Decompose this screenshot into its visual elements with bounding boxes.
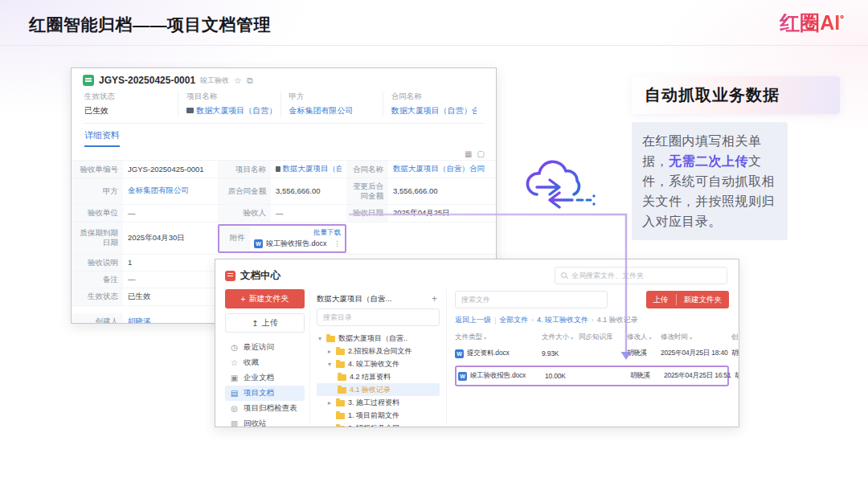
file-search-input[interactable] [461, 296, 601, 304]
sort-icon[interactable]: ▾ [690, 335, 692, 341]
project-link[interactable]: 数据大厦项目（自营）#租赁 [283, 164, 342, 174]
sidebar-item-archive-checklist[interactable]: ◎项目归档检查表 [225, 401, 305, 416]
divider [83, 123, 485, 124]
header-divider [0, 45, 868, 46]
list-view-icon[interactable]: ▢ [477, 149, 485, 158]
contract-link[interactable]: 数据大厦项目（自营）合同 [391, 106, 477, 115]
tree-item-completion[interactable]: ▾4. 竣工验收文件 [317, 357, 440, 370]
chevron-right-icon: › [531, 317, 534, 324]
chevron-right-icon: › [592, 317, 594, 324]
external-link-icon[interactable]: ⧉ [247, 76, 253, 86]
caret-down-icon: ▾ [326, 361, 333, 368]
sort-icon[interactable]: ▾ [571, 335, 573, 341]
sort-icon[interactable]: ▾ [649, 335, 652, 341]
add-tab-icon[interactable]: + [429, 293, 440, 304]
field-label: 附件 [219, 226, 250, 251]
sidebar-item-project-docs[interactable]: ▤项目文档 [225, 386, 305, 401]
tree-item-construction[interactable]: ▸3. 施工过程资料 [317, 396, 440, 409]
field-label: 甲方 [72, 178, 123, 205]
project-tab[interactable]: 数据大厦项目（自营... [317, 294, 391, 304]
folder-icon [338, 374, 346, 381]
trash-icon: ▥ [230, 419, 239, 427]
upload-newfolder-buttons: 上传 新建文件夹 [646, 291, 730, 308]
table-row-highlighted[interactable]: W竣工验收报告.docx 10.00K 胡晓溪 2025年04月25日 16:5… [455, 366, 729, 386]
summary-field-status: 生效状态 已生效 [83, 92, 178, 116]
project-link[interactable]: 数据大厦项目（自营）#租赁 [196, 106, 272, 115]
tree-item-settlement[interactable]: 4.2 结算资料 [317, 370, 440, 383]
file-search[interactable] [455, 291, 608, 308]
file-table-header: 文件类型▾ 文件大小▾ 同步知识库 修改人▾ 修改时间▾ 创建人▾ 创建时间▾ … [455, 331, 729, 344]
folder-tree-panel: 数据大厦项目（自营... + ▾数据大厦项目（自营.. ▸2.招投标及合同文件 … [310, 289, 447, 424]
plus-icon: + [241, 295, 246, 304]
tree-item-acceptance-records[interactable]: 4.1 验收记录 [317, 383, 440, 396]
folder-icon [336, 361, 345, 368]
party-a-link[interactable]: 金标集团有限公司 [128, 186, 189, 196]
global-search[interactable] [555, 267, 727, 284]
tree-item-root[interactable]: ▾数据大厦项目（自营.. [317, 332, 440, 345]
form-titlebar: JGYS-20250425-0001 竣工验收 ☆ ⧉ [83, 75, 485, 86]
callout-body: 在红圈内填写相关单据，无需二次上传文件，系统可自动抓取相关文件，并按照规则归入对… [632, 122, 788, 240]
field-label: 验收日期 [346, 205, 388, 223]
sort-icon[interactable]: ▾ [484, 335, 486, 341]
breadcrumb-current: 4.1 验收记录 [597, 315, 638, 325]
tree-item-bidding[interactable]: ▸2.招投标及合同文件 [317, 345, 440, 357]
attachment-file[interactable]: W 竣工验收报告.docx ⋮ [254, 239, 341, 249]
tab-detail-info[interactable]: 详细资料 [84, 129, 120, 147]
clock-icon: ◷ [230, 343, 239, 352]
directory-search[interactable] [317, 308, 440, 326]
sidebar-item-recent[interactable]: ◷最近访问 [225, 340, 305, 355]
callout-highlight: 无需二次上传 [669, 154, 748, 168]
logo-superscript: ° [840, 14, 844, 25]
folder-icon: ▣ [230, 374, 239, 382]
form-summary-fields: 生效状态 已生效 项目名称 数据大厦项目（自营）#租赁 甲方 金标集团有限公司 … [83, 92, 485, 116]
field-label: 验收单位 [72, 205, 123, 223]
page-title: 红圈智能归档——项目文档管理 [29, 14, 271, 36]
more-vertical-icon[interactable]: ⋮ [334, 239, 341, 247]
top-upload-button[interactable]: 上传 [646, 291, 676, 308]
breadcrumb-level1[interactable]: 4. 竣工验收文件 [537, 315, 588, 325]
checklist-icon: ◎ [230, 404, 239, 413]
creator-link[interactable]: 胡晓溪 [128, 317, 151, 324]
star-icon[interactable]: ☆ [234, 76, 242, 86]
folder-icon [336, 349, 345, 355]
cloud-sync-icon [513, 149, 600, 217]
tree-item-bidding2[interactable]: ▸2. 招投标及合同... [317, 422, 440, 427]
global-search-input[interactable] [571, 272, 721, 280]
directory-search-input[interactable] [323, 313, 433, 321]
field-label: 项目名称 [218, 161, 271, 178]
summary-field-contract: 合同名称 数据大厦项目（自营）合同 [383, 92, 485, 116]
table-row[interactable]: W提交资料.docx 9.93K 胡晓溪 2025年04月25日 18:40 胡… [455, 344, 729, 363]
doc-center-sidebar: +新建文件夹 ↥上传 ◷最近访问 ☆收藏 ▣企业文档 ▤项目文档 ◎项目归档检查… [225, 289, 310, 424]
sidebar-item-recycle-bin[interactable]: ▥回收站 [225, 416, 305, 427]
sidebar-item-enterprise-docs[interactable]: ▣企业文档 [225, 370, 305, 386]
document-center-window: 文档中心 +新建文件夹 ↥上传 ◷最近访问 ☆收藏 ▣企业文档 ▤项目文档 ◎项… [215, 259, 739, 427]
summary-field-project: 项目名称 数据大厦项目（自营）#租赁 [178, 92, 280, 116]
batch-download-link[interactable]: 批量下载 [254, 228, 341, 238]
field-value: — [271, 205, 346, 223]
receipt-code: JGYS-20250425-0001 [99, 75, 195, 86]
new-folder-button[interactable]: +新建文件夹 [225, 289, 305, 308]
upload-button[interactable]: ↥上传 [225, 313, 305, 333]
receipt-type-tag: 竣工验收 [200, 76, 229, 86]
docx-file-icon: W [458, 372, 467, 381]
top-new-folder-button[interactable]: 新建文件夹 [677, 291, 730, 308]
callout-title: 自动抓取业务数据 [632, 76, 840, 114]
upload-icon: ↥ [252, 319, 258, 328]
grid-view-icon[interactable]: ▦ [465, 149, 472, 158]
field-value: 3,556,666.00 [271, 178, 346, 205]
field-label: 变更后合同金额 [346, 178, 388, 205]
breadcrumb-back[interactable]: 返回上一级 [455, 315, 491, 325]
field-label: 验收说明 [72, 255, 123, 272]
caret-right-icon: ▸ [326, 399, 333, 406]
project-icon [186, 108, 194, 113]
folder-icon [336, 426, 345, 428]
tree-item-early-stage[interactable]: 1. 项目前期文件 [317, 409, 440, 422]
empty-cell [346, 223, 388, 255]
contract-link[interactable]: 数据大厦项目（自营）合同 [393, 164, 485, 174]
party-a-link[interactable]: 金标集团有限公司 [289, 106, 354, 115]
breadcrumb-root[interactable]: 全部文件 [499, 315, 528, 325]
folder-icon [336, 400, 345, 406]
sidebar-item-favorites[interactable]: ☆收藏 [225, 355, 305, 370]
empty-cell [388, 223, 496, 255]
caret-right-icon: ▸ [326, 348, 333, 355]
